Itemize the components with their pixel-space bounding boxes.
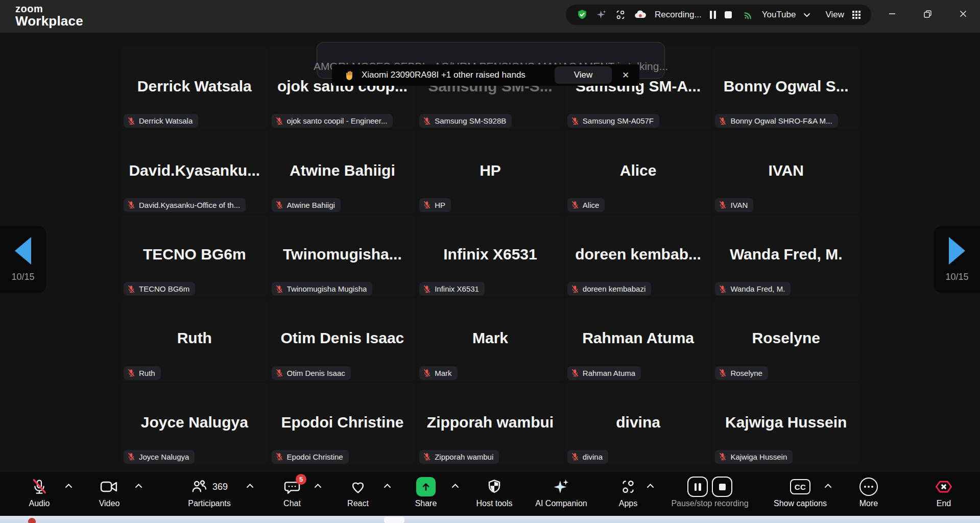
participant-tile[interactable]: Wanda Fred, M. Wanda Fred, M. [713, 215, 859, 297]
taskbar-app-icon [28, 518, 36, 523]
window-minimize-button[interactable] [881, 4, 903, 23]
participant-tile[interactable]: divina divina [565, 383, 711, 465]
participant-badge-name: Epodoi Christine [287, 453, 343, 461]
participant-tile[interactable]: Twinomugisha... Twinomugisha Mugisha [270, 215, 416, 297]
grid-view-icon[interactable] [852, 10, 861, 19]
share-options-chevron-icon[interactable] [451, 483, 459, 488]
video-button[interactable]: Video [84, 477, 135, 508]
participant-tile[interactable]: Zipporah wambui Zipporah wambui [417, 383, 563, 465]
video-options-chevron-icon[interactable] [135, 483, 142, 488]
participant-name: Twinomugisha... [270, 246, 416, 263]
show-captions-button[interactable]: CC Show captions [764, 477, 836, 508]
participant-name: doreen kembab... [565, 246, 711, 263]
participant-tile[interactable]: Atwine Bahiigi Atwine Bahiigi [270, 131, 416, 212]
participant-badge-name: Atwine Bahiigi [287, 201, 335, 209]
ai-companion-status-icon[interactable] [596, 9, 607, 20]
participants-options-chevron-icon[interactable] [246, 483, 254, 488]
video-label: Video [99, 499, 120, 508]
youtube-stream-label[interactable]: YouTube [762, 10, 796, 20]
zoom-workplace-logo: zoom Workplace [15, 4, 83, 28]
participant-tile[interactable]: Derrick Watsala Derrick Watsala [122, 47, 268, 129]
stop-recording-button-icon[interactable] [712, 477, 732, 497]
share-label: Share [415, 499, 437, 508]
more-label: More [859, 499, 878, 508]
participant-tile[interactable]: Epodoi Christine Epodoi Christine [270, 383, 416, 465]
captions-options-chevron-icon[interactable] [824, 483, 832, 488]
participant-tile[interactable]: Rahman Atuma Rahman Atuma [565, 299, 711, 381]
participant-tile[interactable]: IVAN IVAN [713, 131, 859, 212]
mic-off-icon [275, 117, 283, 125]
mic-off-icon [719, 201, 727, 209]
raised-hands-view-button[interactable]: View [555, 66, 612, 84]
participant-tile[interactable]: Kajwiga Hussein Kajwiga Hussein [713, 383, 859, 465]
participant-tile[interactable]: Joyce Nalugya Joyce Nalugya [122, 383, 268, 465]
mic-off-icon [275, 453, 283, 461]
participant-tile[interactable]: doreen kembab... doreen kembabazi [565, 215, 711, 297]
participant-name: Epodoi Christine [270, 414, 416, 431]
toast-close-icon[interactable]: ✕ [612, 70, 639, 81]
ai-companion-button[interactable]: AI Companion [525, 477, 597, 508]
audio-button[interactable]: Audio [14, 477, 65, 508]
participants-button[interactable]: 369 Participants [174, 477, 245, 508]
participant-name: Kajwiga Hussein [713, 414, 859, 431]
participant-tile[interactable]: TECNO BG6m TECNO BG6m [122, 215, 268, 297]
participant-mute-badge: HP [419, 198, 451, 212]
mic-off-icon [127, 201, 135, 209]
participant-mute-badge: Derrick Watsala [124, 114, 198, 128]
participant-tile[interactable]: Mark Mark [417, 299, 563, 381]
participant-mute-badge: Rahman Atuma [567, 366, 641, 380]
window-restore-button[interactable] [916, 4, 939, 23]
participant-tile[interactable]: David.Kyasanku... David.Kyasanku-Office … [122, 131, 268, 212]
audio-label: Audio [29, 499, 50, 508]
pause-recording-icon[interactable] [709, 10, 716, 19]
arrow-right-icon [949, 237, 965, 265]
view-button[interactable]: View [825, 10, 844, 20]
mic-off-icon [571, 453, 579, 461]
participant-badge-name: Wanda Fred, M. [730, 284, 785, 293]
participant-name: HP [417, 162, 563, 179]
react-options-chevron-icon[interactable] [384, 483, 391, 488]
host-tools-button[interactable]: Host tools [464, 477, 525, 508]
security-shield-icon[interactable] [576, 9, 588, 21]
participant-tile[interactable]: Ruth Ruth [122, 299, 268, 381]
raised-hands-toast: Xiaomi 23090RA98I +1 other raised hands … [332, 64, 639, 86]
window-close-button[interactable] [952, 4, 974, 23]
apps-options-chevron-icon[interactable] [647, 483, 654, 488]
chevron-down-icon[interactable] [803, 12, 810, 17]
participant-tile[interactable]: Infinix X6531 Infinix X6531 [417, 215, 563, 297]
chat-options-chevron-icon[interactable] [314, 483, 322, 488]
mic-off-icon [719, 285, 727, 293]
participant-tile[interactable]: Bonny Ogwal S... Bonny Ogwal SHRO-F&A M.… [713, 47, 859, 129]
brand-workplace: Workplace [15, 14, 83, 28]
participant-gallery: Derrick Watsala Derrick Watsala ojok san… [122, 47, 859, 465]
participant-tile[interactable]: HP HP [417, 131, 563, 212]
chat-button[interactable]: 5 Chat [267, 477, 318, 508]
apps-status-icon[interactable] [615, 9, 626, 20]
apps-button[interactable]: Apps [603, 477, 654, 508]
participant-badge-name: Rahman Atuma [583, 369, 635, 377]
end-meeting-icon [934, 477, 954, 496]
react-button[interactable]: React [332, 477, 384, 508]
participant-mute-badge: IVAN [715, 198, 753, 212]
participant-mute-badge: Samsung SM-A057F [567, 114, 659, 128]
participant-tile[interactable]: Otim Denis Isaac Otim Denis Isaac [270, 299, 416, 381]
participant-tile[interactable]: Roselyne Roselyne [713, 299, 859, 381]
previous-page-button[interactable]: 10/15 [0, 226, 46, 293]
participant-name: Atwine Bahiigi [270, 162, 416, 179]
participant-badge-name: Ruth [139, 369, 155, 377]
next-page-button[interactable]: 10/15 [934, 226, 980, 293]
mic-off-icon [423, 117, 431, 125]
mic-off-icon [127, 453, 135, 461]
participant-tile[interactable]: Alice Alice [565, 131, 711, 212]
stop-recording-icon[interactable] [724, 11, 732, 19]
participant-badge-name: Samsung SM-A057F [583, 116, 654, 125]
page-indicator-left: 10/15 [11, 272, 34, 282]
pause-recording-button-icon[interactable] [687, 477, 708, 497]
os-taskbar-edge [0, 516, 980, 523]
recording-status-label: Recording... [655, 10, 702, 20]
end-meeting-button[interactable]: End [918, 477, 969, 508]
mic-off-icon [127, 117, 135, 125]
share-button[interactable]: Share [400, 477, 451, 508]
audio-options-chevron-icon[interactable] [65, 483, 73, 488]
more-button[interactable]: More [843, 477, 894, 508]
